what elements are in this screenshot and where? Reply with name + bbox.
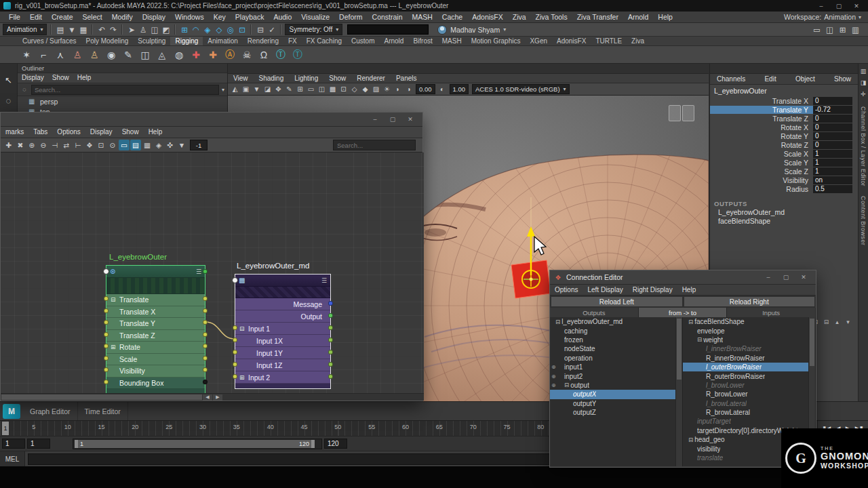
menu-ziva[interactable]: Ziva xyxy=(508,12,531,22)
attribute-item-caching[interactable]: caching xyxy=(550,326,682,335)
menu-select[interactable]: Select xyxy=(78,12,107,22)
minimize-button[interactable]: – xyxy=(367,115,383,125)
shaded-icon[interactable]: ◆ xyxy=(360,84,370,94)
attr-input-socket[interactable] xyxy=(233,362,237,367)
channel-row-rotate-x[interactable]: Rotate X0 xyxy=(710,123,858,131)
exposure-field[interactable]: 0.00 xyxy=(416,84,435,94)
attr-output-socket[interactable] xyxy=(203,344,208,348)
range-handle-start[interactable] xyxy=(75,440,78,448)
viewport-menu-panels[interactable]: Panels xyxy=(391,74,422,83)
redo-icon[interactable]: ↷ xyxy=(107,24,119,35)
attr-output-socket[interactable] xyxy=(328,362,333,367)
attr-output-socket[interactable] xyxy=(203,332,208,337)
add-to-graph-icon[interactable]: ⊕ xyxy=(26,140,37,150)
output-node-faceblendshape[interactable]: faceBlendShape xyxy=(710,216,858,225)
textured-icon[interactable]: ▨ xyxy=(371,84,381,94)
shelf-tab-sculpting[interactable]: Sculpting xyxy=(133,37,170,45)
connected-view-icon[interactable]: ▤ xyxy=(130,140,141,150)
chevron-down-icon[interactable]: ▾ xyxy=(222,87,224,93)
colorspace-selector[interactable]: ACES 1.0 SDR-video (sRGB) ▾ xyxy=(472,84,570,94)
bookmark-icon[interactable]: ▼ xyxy=(252,84,262,94)
gamma-field[interactable]: 1.00 xyxy=(450,84,469,94)
remove-node-icon[interactable]: ✖ xyxy=(15,140,26,150)
shelf-tab-poly-modeling[interactable]: Poly Modeling xyxy=(81,37,133,45)
attribute-item-nodestate[interactable]: nodeState xyxy=(550,344,682,353)
attr-output-socket[interactable] xyxy=(328,350,333,354)
menu-set-selector[interactable]: Animation ▾ xyxy=(3,24,47,35)
node-attr-visibility[interactable]: ⊟Visibility xyxy=(106,365,205,378)
remove-from-graph-icon[interactable]: ⊖ xyxy=(38,140,49,150)
attribute-item-inputtarget[interactable]: inputTarget xyxy=(683,417,815,426)
node-input-socket[interactable] xyxy=(232,277,238,283)
node-attr-translate-z[interactable]: ⊟Translate Z xyxy=(106,330,205,342)
select-object-icon[interactable]: ◫ xyxy=(149,24,160,35)
attr-input-socket[interactable] xyxy=(104,308,108,313)
shelf-tab-ziva[interactable]: Ziva xyxy=(627,37,649,45)
expander-icon[interactable]: ⊟ xyxy=(564,382,569,388)
attribute-item-r-browlower[interactable]: R_browLower xyxy=(683,390,815,399)
expander-icon[interactable]: ⊟ xyxy=(688,319,693,325)
attribute-item-l-browlower[interactable]: l_browLower xyxy=(683,381,815,390)
transform-node-header[interactable]: ⊛ ☰ xyxy=(106,266,205,278)
attribute-item-input1[interactable]: ⊕input1 xyxy=(550,363,682,371)
cluster-icon[interactable]: ◍ xyxy=(172,47,186,62)
simple-view-icon[interactable]: ▭ xyxy=(119,140,130,150)
input-connections-icon[interactable]: ⊣ xyxy=(50,140,60,150)
channel-box-object-name[interactable]: L_eyebrowOuter xyxy=(710,85,858,96)
attr-output-socket[interactable] xyxy=(203,308,208,313)
shelf-tab-bifrost[interactable]: Bifrost xyxy=(408,37,437,45)
channel-value-field[interactable]: 0 xyxy=(813,123,852,131)
node-editor-menu-help[interactable]: Help xyxy=(144,127,167,138)
viewport-menu-renderer[interactable]: Renderer xyxy=(351,74,391,83)
attr-output-socket[interactable] xyxy=(328,313,333,318)
input-operations-icon[interactable]: ⊟ xyxy=(254,24,266,35)
horizontal-scrollbar[interactable]: ◀ ▶ xyxy=(1,393,424,401)
transform-node-title[interactable]: L_eyebrowOuter xyxy=(109,253,167,261)
attr-output-socket[interactable] xyxy=(203,320,208,325)
attribute-item-weight[interactable]: ⊟weight xyxy=(683,336,815,344)
attr-input-socket[interactable] xyxy=(104,380,108,384)
channel-value-field[interactable]: 0 xyxy=(813,115,852,123)
channel-value-field[interactable]: -0.72 xyxy=(813,106,852,114)
adonisfx-icon[interactable]: Ⓐ xyxy=(222,47,237,62)
connection-tab-outputs[interactable]: Outputs xyxy=(550,308,639,318)
frame-selection-icon[interactable]: ⊙ xyxy=(107,140,118,150)
input-output-connections-icon[interactable]: ⇄ xyxy=(61,140,72,150)
attr-input-socket[interactable] xyxy=(233,374,237,379)
node-editor-search-input[interactable] xyxy=(333,140,416,150)
range-handle-end[interactable] xyxy=(311,440,315,448)
menu-visualize[interactable]: Visualize xyxy=(296,12,334,22)
node-attr-translate-y[interactable]: ⊟Translate Y xyxy=(106,318,205,330)
ziva-rig-icon[interactable]: Ω xyxy=(256,47,271,62)
channel-row-scale-z[interactable]: Scale Z1 xyxy=(710,167,858,176)
viewport-menu-lighting[interactable]: Lighting xyxy=(289,74,323,83)
attribute-item-outputz[interactable]: outputZ xyxy=(550,408,682,417)
channel-value-field[interactable]: 0 xyxy=(813,141,852,149)
close-button[interactable]: ✕ xyxy=(795,272,812,283)
channel-row-translate-y[interactable]: Translate Y-0.72 xyxy=(710,105,858,114)
attr-input-socket[interactable] xyxy=(104,332,108,337)
menu-edit[interactable]: Edit xyxy=(25,12,47,22)
expander-icon[interactable]: ⊟ xyxy=(239,325,246,332)
frame-all-icon[interactable]: ⊡ xyxy=(96,140,106,150)
multiply-node-title[interactable]: L_eyebrowOuter_md xyxy=(237,262,309,270)
menu-modify[interactable]: Modify xyxy=(107,12,138,22)
attribute-item-outputy[interactable]: outputY xyxy=(550,399,682,408)
snap-plane-icon[interactable]: ◇ xyxy=(213,24,224,35)
attribute-item-r-outerbrowraiser[interactable]: R_outerBrowRaiser xyxy=(683,371,815,380)
four-pane-layout-icon[interactable]: ⊞ xyxy=(837,24,848,35)
outliner-menu-display[interactable]: Display xyxy=(18,73,48,83)
menu-adonisfx[interactable]: AdonisFX xyxy=(467,12,508,22)
node-editor-menu-show[interactable]: Show xyxy=(117,127,144,138)
create-node-icon[interactable]: ✚ xyxy=(3,140,14,150)
channel-value-field[interactable]: 1 xyxy=(813,159,852,167)
node-editor-menu-marks[interactable]: marks xyxy=(1,127,28,138)
attr-output-socket[interactable] xyxy=(328,325,333,330)
attribute-item-operation[interactable]: operation xyxy=(550,354,682,363)
output-connections-icon[interactable]: ⊢ xyxy=(73,140,83,150)
channel-box-menu-object[interactable]: Object xyxy=(795,74,815,85)
menu-display[interactable]: Display xyxy=(138,12,170,22)
scroll-right-icon[interactable]: ▶ xyxy=(213,394,222,401)
editor-tab-graph-editor[interactable]: Graph Editor xyxy=(23,402,78,420)
attr-input-socket[interactable] xyxy=(104,367,108,372)
